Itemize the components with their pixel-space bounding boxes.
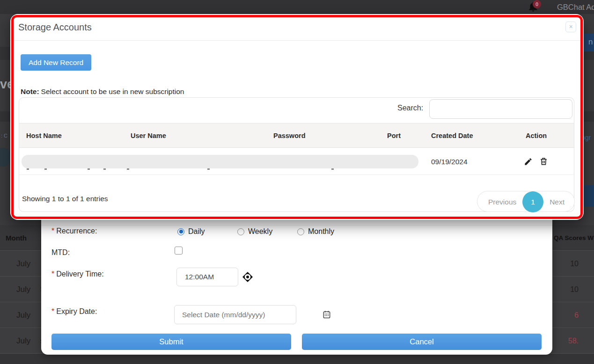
qa-cell: 10 [570,277,579,302]
qa-cell: 58. [568,328,579,354]
page-text-fragment: : C [1,133,7,138]
month-cell: July [16,302,30,328]
modal-title: Storage Accounts [18,14,92,41]
pagination: Previous 1 Next [477,191,575,212]
required-asterisk: * [51,270,54,278]
submit-button[interactable]: Submit [51,334,291,350]
notification-badge: 0 [533,0,541,8]
expiry-date-input[interactable] [174,305,296,324]
time-adjust-icon[interactable] [242,271,253,283]
add-new-record-button[interactable]: Add New Record [21,54,91,71]
accounts-table-container: Search: Host Name User Name Password Por… [19,97,574,212]
month-cell: July [16,328,30,354]
page-footer-band [0,353,594,364]
redacted-data-bar [22,155,418,168]
qa-cell: 10 [570,251,579,277]
column-header-action[interactable]: Action [526,124,547,148]
radio-daily-selected[interactable] [177,228,184,235]
search-input[interactable] [429,99,572,119]
modal-header: Storage Accounts × [10,14,584,41]
subscription-form-modal: *Recurrence: Daily Weekly Monthly MTD: *… [41,204,552,355]
note-text: Note:Select account to be use in new sub… [21,87,184,96]
top-navbar: 0 GBChat Ad [0,0,594,14]
delete-trash-icon[interactable] [539,157,548,166]
redaction-mark [207,168,210,170]
redaction-mark [127,168,129,170]
column-header-host-name[interactable]: Host Name [26,124,62,148]
cancel-button[interactable]: Cancel [302,334,542,350]
current-page-button[interactable]: 1 [522,191,543,212]
qa-cell: 6 [574,302,579,328]
divider [41,225,552,226]
column-header-port[interactable]: Port [387,124,401,148]
redaction-mark [44,168,47,170]
radio-option-weekly[interactable]: Weekly [237,227,272,236]
delivery-time-input[interactable] [176,268,238,286]
radio-option-monthly[interactable]: Monthly [297,227,334,236]
month-cell: July [16,277,30,302]
required-asterisk: * [51,307,54,315]
radio-option-daily[interactable]: Daily [177,227,205,236]
table-header-row: Host Name User Name Password Port Create… [19,123,574,148]
redaction-mark [88,168,90,170]
calendar-icon[interactable] [322,310,331,319]
month-column-header: Month [6,225,27,251]
recurrence-label: *Recurrence: [51,227,97,235]
qa-scores-column-header: QA Scores W [554,225,594,251]
showing-entries-text: Showing 1 to 1 of 1 entries [22,195,108,203]
expiry-date-label: *Expiry Date: [51,307,97,316]
navbar-brand: GBChat Ad [557,3,594,12]
redaction-mark [103,168,106,170]
screen: 0 GBChat Ad ve : C n ogr Month QA Scores… [0,0,594,364]
redaction-mark [27,168,29,170]
column-header-created-date[interactable]: Created Date [431,124,473,148]
month-cell: July [16,251,30,277]
mtd-checkbox[interactable] [175,247,183,255]
edit-pencil-icon[interactable] [524,157,533,166]
previous-page-button[interactable]: Previous [488,191,516,212]
redaction-mark [331,168,334,170]
radio-monthly[interactable] [297,228,304,235]
side-button-label: n [588,37,593,46]
required-asterisk: * [51,227,54,235]
account-table-row[interactable]: 09/19/2024 [19,148,574,175]
created-date-cell: 09/19/2024 [431,148,468,175]
storage-accounts-modal: Storage Accounts × Add New Record Note:S… [10,14,584,220]
mtd-label: MTD: [51,248,70,257]
column-header-password[interactable]: Password [273,124,306,148]
close-icon[interactable]: × [565,22,576,32]
column-header-user-name[interactable]: User Name [131,124,166,148]
radio-weekly[interactable] [237,228,244,235]
next-page-button[interactable]: Next [550,191,565,212]
search-label: Search: [397,104,423,112]
delivery-time-label: *Delivery Time: [51,270,104,278]
